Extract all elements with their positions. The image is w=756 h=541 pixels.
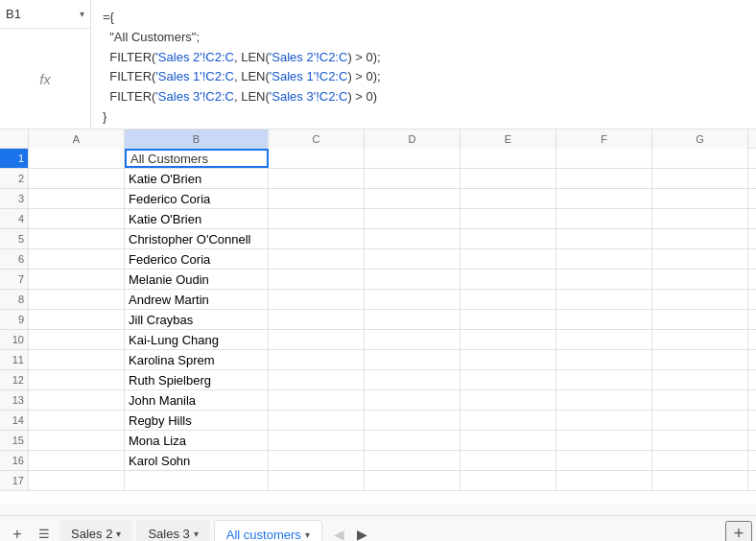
cell-c11[interactable] bbox=[269, 350, 365, 369]
cell-c3[interactable] bbox=[269, 189, 365, 208]
table-row[interactable]: 15 Mona Liza bbox=[0, 431, 756, 451]
cell-e2[interactable] bbox=[461, 169, 556, 188]
cell-b9[interactable]: Jill Craybas bbox=[125, 310, 269, 329]
cell-c12[interactable] bbox=[269, 370, 365, 389]
cell-b11[interactable]: Karolina Sprem bbox=[125, 350, 269, 369]
cell-g10[interactable] bbox=[652, 330, 748, 349]
cell-a11[interactable] bbox=[29, 350, 125, 369]
cell-f10[interactable] bbox=[556, 330, 652, 349]
cell-reference[interactable]: B1 ▾ bbox=[0, 0, 90, 29]
cell-b7[interactable]: Melanie Oudin bbox=[125, 270, 269, 289]
cell-e14[interactable] bbox=[461, 411, 556, 430]
table-row[interactable]: 1 All Customers bbox=[0, 149, 756, 169]
cell-d5[interactable] bbox=[365, 229, 461, 248]
tab-all-customers[interactable]: All customers ▾ bbox=[214, 520, 322, 542]
table-row[interactable]: 9 Jill Craybas bbox=[0, 310, 756, 330]
table-row[interactable]: 10 Kai-Lung Chang bbox=[0, 330, 756, 350]
cell-d1[interactable] bbox=[365, 149, 461, 168]
cell-c2[interactable] bbox=[269, 169, 365, 188]
cell-g7[interactable] bbox=[652, 270, 748, 289]
cell-d6[interactable] bbox=[365, 249, 461, 269]
cell-c16[interactable] bbox=[269, 451, 365, 470]
table-row[interactable]: 7 Melanie Oudin bbox=[0, 270, 756, 290]
tab-sales-2[interactable]: Sales 2 ▾ bbox=[59, 520, 132, 542]
cell-b17[interactable] bbox=[125, 471, 269, 490]
cell-a16[interactable] bbox=[29, 451, 125, 470]
cell-a1[interactable] bbox=[29, 149, 125, 168]
cell-b2[interactable]: Katie O'Brien bbox=[125, 169, 269, 188]
cell-g9[interactable] bbox=[652, 310, 748, 329]
cell-c14[interactable] bbox=[269, 411, 365, 430]
cell-a12[interactable] bbox=[29, 370, 125, 389]
cell-f5[interactable] bbox=[556, 229, 652, 248]
cell-f15[interactable] bbox=[556, 431, 652, 450]
cell-b6[interactable]: Federico Coria bbox=[125, 249, 269, 269]
cell-c17[interactable] bbox=[269, 471, 365, 490]
cell-d8[interactable] bbox=[365, 290, 461, 309]
cell-g15[interactable] bbox=[652, 431, 748, 450]
nav-arrow-left[interactable]: ◀ bbox=[328, 523, 351, 542]
formula-content[interactable]: ={ "All Customers"; FILTER('Sales 2'!C2:… bbox=[91, 0, 756, 129]
sheet-list-button[interactable]: ☰ bbox=[31, 521, 58, 542]
cell-d10[interactable] bbox=[365, 330, 461, 349]
cell-g17[interactable] bbox=[652, 471, 748, 490]
cell-g8[interactable] bbox=[652, 290, 748, 309]
cell-f16[interactable] bbox=[556, 451, 652, 470]
cell-g14[interactable] bbox=[652, 411, 748, 430]
cell-d12[interactable] bbox=[365, 370, 461, 389]
cell-e12[interactable] bbox=[461, 370, 556, 389]
cell-f13[interactable] bbox=[556, 390, 652, 410]
cell-e3[interactable] bbox=[461, 189, 556, 208]
cell-g4[interactable] bbox=[652, 209, 748, 228]
cell-d4[interactable] bbox=[365, 209, 461, 228]
cell-b8[interactable]: Andrew Martin bbox=[125, 290, 269, 309]
cell-d3[interactable] bbox=[365, 189, 461, 208]
cell-b1[interactable]: All Customers bbox=[125, 149, 269, 168]
cell-a5[interactable] bbox=[29, 229, 125, 248]
horizontal-scrollbar[interactable] bbox=[0, 504, 756, 515]
cell-d16[interactable] bbox=[365, 451, 461, 470]
table-row[interactable]: 16 Karol Sohn bbox=[0, 451, 756, 471]
cell-a2[interactable] bbox=[29, 169, 125, 188]
cell-d2[interactable] bbox=[365, 169, 461, 188]
cell-b10[interactable]: Kai-Lung Chang bbox=[125, 330, 269, 349]
cell-g16[interactable] bbox=[652, 451, 748, 470]
cell-c13[interactable] bbox=[269, 390, 365, 410]
cell-b13[interactable]: John Manila bbox=[125, 390, 269, 410]
cell-d7[interactable] bbox=[365, 270, 461, 289]
cell-c15[interactable] bbox=[269, 431, 365, 450]
cell-f2[interactable] bbox=[556, 169, 652, 188]
cell-e16[interactable] bbox=[461, 451, 556, 470]
cell-f7[interactable] bbox=[556, 270, 652, 289]
cell-b5[interactable]: Christopher O'Connell bbox=[125, 229, 269, 248]
cell-d15[interactable] bbox=[365, 431, 461, 450]
cell-g11[interactable] bbox=[652, 350, 748, 369]
cell-f9[interactable] bbox=[556, 310, 652, 329]
cell-b12[interactable]: Ruth Spielberg bbox=[125, 370, 269, 389]
cell-f4[interactable] bbox=[556, 209, 652, 228]
table-row[interactable]: 6 Federico Coria bbox=[0, 249, 756, 270]
cell-e17[interactable] bbox=[461, 471, 556, 490]
cell-f17[interactable] bbox=[556, 471, 652, 490]
cell-a3[interactable] bbox=[29, 189, 125, 208]
table-row[interactable]: 2 Katie O'Brien bbox=[0, 169, 756, 189]
cell-a6[interactable] bbox=[29, 249, 125, 269]
cell-f14[interactable] bbox=[556, 411, 652, 430]
cell-a7[interactable] bbox=[29, 270, 125, 289]
cell-f1[interactable] bbox=[556, 149, 652, 168]
cell-g3[interactable] bbox=[652, 189, 748, 208]
cell-b14[interactable]: Regby Hills bbox=[125, 411, 269, 430]
cell-e15[interactable] bbox=[461, 431, 556, 450]
cell-e5[interactable] bbox=[461, 229, 556, 248]
nav-arrow-right[interactable]: ▶ bbox=[351, 523, 374, 542]
table-row[interactable]: 5 Christopher O'Connell bbox=[0, 229, 756, 249]
cell-c8[interactable] bbox=[269, 290, 365, 309]
cell-g12[interactable] bbox=[652, 370, 748, 389]
cell-b3[interactable]: Federico Coria bbox=[125, 189, 269, 208]
cell-b16[interactable]: Karol Sohn bbox=[125, 451, 269, 470]
cell-e1[interactable] bbox=[461, 149, 556, 168]
cell-d11[interactable] bbox=[365, 350, 461, 369]
cell-a8[interactable] bbox=[29, 290, 125, 309]
cell-d9[interactable] bbox=[365, 310, 461, 329]
add-sheet-icon-button[interactable]: + bbox=[725, 521, 752, 542]
